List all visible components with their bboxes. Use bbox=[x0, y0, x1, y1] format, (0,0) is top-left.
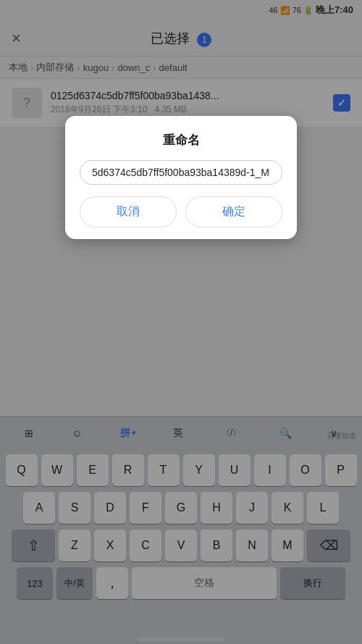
cancel-button[interactable]: 取消 bbox=[80, 196, 177, 227]
overlay: 重命名 取消 确定 bbox=[0, 0, 362, 644]
watermark: 百度知道 bbox=[327, 431, 356, 441]
dialog-title: 重命名 bbox=[80, 132, 282, 149]
rename-dialog: 重命名 取消 确定 bbox=[65, 116, 297, 239]
confirm-button[interactable]: 确定 bbox=[185, 196, 282, 227]
dialog-buttons: 取消 确定 bbox=[80, 196, 282, 227]
rename-input[interactable] bbox=[80, 160, 282, 185]
home-indicator bbox=[138, 637, 224, 641]
